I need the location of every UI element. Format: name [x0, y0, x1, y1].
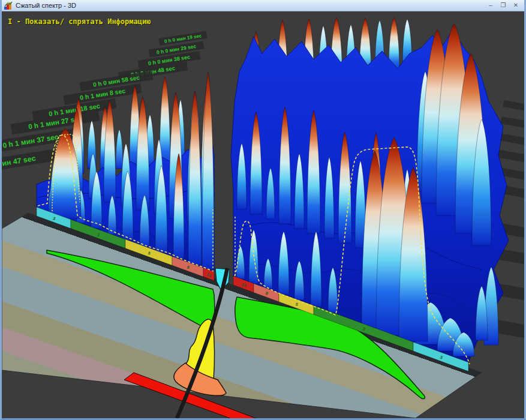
title-bar[interactable]: Сжатый спектр - 3D – ❐ ✕ — [2, 0, 524, 11]
minimize-button[interactable]: – — [487, 1, 494, 10]
info-toggle-hint: I - Показать/ спрятать Информацию — [8, 17, 151, 26]
spectrum-3d-scene[interactable]: 0 h 0 мин 19 sec 0 h 0 мин 29 sec 0 h 0 … — [2, 11, 524, 418]
restore-button[interactable]: ❐ — [500, 1, 507, 10]
app-window: Сжатый спектр - 3D – ❐ ✕ — [0, 0, 526, 420]
close-button[interactable]: ✕ — [512, 1, 519, 10]
window-title: Сжатый спектр - 3D — [16, 0, 76, 11]
window-controls: – ❐ ✕ — [487, 1, 519, 10]
app-icon — [4, 1, 13, 10]
viewport: 0 h 0 мин 19 sec 0 h 0 мин 29 sec 0 h 0 … — [2, 11, 524, 418]
